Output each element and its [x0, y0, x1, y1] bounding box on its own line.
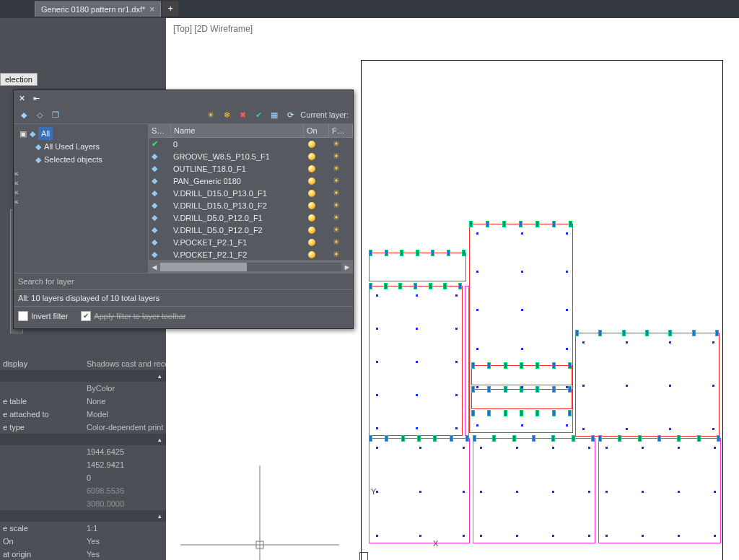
grip-handle[interactable]	[486, 221, 489, 227]
grip-handle[interactable]	[385, 435, 388, 442]
grip-handle[interactable]	[504, 386, 507, 393]
grip-handle[interactable]	[487, 410, 491, 416]
prop-v1[interactable]: 1452.9421	[82, 460, 166, 469]
sun-thaw-icon[interactable]: ☀	[333, 213, 340, 222]
grip-handle[interactable]	[692, 330, 696, 336]
grip-handle[interactable]	[447, 250, 450, 256]
grip-handle[interactable]	[465, 435, 469, 442]
grip-handle[interactable]	[471, 362, 475, 369]
layer-row[interactable]: ◆V.POCKET_P2.1_F1☀	[149, 236, 353, 248]
grip-handle[interactable]	[469, 221, 473, 227]
grip-handle[interactable]	[535, 362, 539, 369]
scroll-thumb[interactable]	[160, 263, 247, 271]
grip-handle[interactable]	[504, 362, 507, 369]
tree-expand-icon[interactable]: ▣	[19, 129, 27, 139]
grip-handle[interactable]	[520, 362, 523, 369]
grip-handle[interactable]	[458, 283, 462, 289]
grip-handle[interactable]	[443, 283, 447, 289]
grip-handle[interactable]	[569, 221, 572, 227]
sun-thaw-icon[interactable]: ☀	[333, 237, 340, 247]
sun-thaw-icon[interactable]: ☀	[333, 250, 340, 259]
layer-search[interactable]: Search for layer	[14, 273, 353, 289]
layer-table[interactable]: S… Name On F… ✔0☀◆GROOVE_W8.5_P10.5_F1☀◆…	[149, 124, 353, 273]
col-on[interactable]: On	[304, 124, 329, 137]
grip-handle[interactable]	[492, 435, 496, 442]
grip-handle[interactable]	[552, 221, 556, 227]
grip-handle[interactable]	[568, 362, 572, 369]
invert-filter-checkbox[interactable]: Invert filter	[18, 311, 68, 321]
collapse-arrow-icon[interactable]: «	[13, 188, 20, 196]
grip-handle[interactable]	[645, 330, 649, 336]
prop-eattached-value[interactable]: Model	[82, 410, 166, 419]
bulb-on-icon[interactable]	[308, 202, 315, 209]
grip-handle[interactable]	[504, 410, 507, 416]
layer-row[interactable]: ◆V.DRILL_D15.0_P13.0_F2☀	[149, 199, 353, 211]
grip-handle[interactable]	[431, 250, 434, 256]
panel-outline[interactable]	[473, 438, 595, 543]
layer-row[interactable]: ◆PAN_Generic 0180☀	[149, 175, 353, 187]
grip-handle[interactable]	[385, 250, 388, 256]
bulb-on-icon[interactable]	[308, 153, 315, 160]
set-current-icon[interactable]: ✔	[253, 109, 264, 121]
grip-handle[interactable]	[598, 330, 602, 336]
grip-handle[interactable]	[697, 435, 701, 442]
grip-handle[interactable]	[414, 283, 417, 289]
grip-handle[interactable]	[471, 386, 475, 393]
grip-handle[interactable]	[487, 386, 491, 393]
properties-section-divider-2[interactable]	[0, 434, 166, 445]
panel-outline[interactable]	[575, 333, 720, 437]
grip-handle[interactable]	[520, 410, 523, 416]
grip-handle[interactable]	[473, 435, 476, 442]
grip-handle[interactable]	[668, 330, 672, 336]
panel-outline[interactable]	[369, 253, 466, 281]
layer-row[interactable]: ◆V.DRILL_D15.0_P13.0_F1☀	[149, 187, 353, 199]
selection-button[interactable]: election	[0, 73, 38, 86]
apply-filter-checkbox[interactable]: Apply filter to layer toolbar	[81, 311, 185, 321]
prop-etype-value[interactable]: Color-dependent print st…	[82, 423, 166, 432]
grip-handle[interactable]	[369, 435, 372, 442]
layer-prev-icon[interactable]: ▦	[268, 109, 280, 121]
layer-row[interactable]: ◆OUTLINE_T18.0_F1☀	[149, 162, 353, 175]
layer-row[interactable]: ◆GROOVE_W8.5_P10.5_F1☀	[149, 150, 353, 162]
scroll-right-icon[interactable]: ►	[341, 263, 353, 271]
tree-all-used[interactable]: All Used Layers	[44, 142, 100, 151]
tree-all[interactable]: All	[38, 127, 53, 140]
grip-handle[interactable]	[715, 330, 719, 336]
layer-row[interactable]: ◆V.DRILL_D5.0_P12.0_F1☀	[149, 211, 353, 224]
grip-handle[interactable]	[638, 435, 642, 442]
layer-properties-dialog[interactable]: ✕ ⇤ ◆ ◇ ❐ ☀ ❄ ✖ ✔ ▦ ⟳ Current layer: ▣◆A…	[13, 89, 354, 329]
grip-handle[interactable]	[429, 283, 432, 289]
prop-display-value[interactable]: Shadows cast and received	[82, 359, 166, 368]
grip-handle[interactable]	[532, 435, 535, 442]
collapse-arrow-icon[interactable]: «	[13, 179, 20, 187]
grip-handle[interactable]	[400, 250, 403, 256]
grip-handle[interactable]	[369, 250, 372, 256]
grip-handle[interactable]	[512, 435, 516, 442]
grip-handle[interactable]	[677, 435, 681, 442]
layer-row[interactable]: ✔0☀	[149, 138, 353, 150]
grip-handle[interactable]	[384, 283, 388, 289]
layer-states-icon[interactable]: ❐	[50, 109, 61, 121]
grip-handle[interactable]	[572, 435, 575, 442]
grip-handle[interactable]	[462, 250, 465, 256]
bulb-on-icon[interactable]	[308, 227, 315, 234]
prop-on-value[interactable]: Yes	[82, 537, 166, 546]
grip-handle[interactable]	[401, 435, 405, 442]
layer-freeze-icon[interactable]: ❄	[221, 109, 232, 121]
layer-filter-tree[interactable]: ▣◆All ◆All Used Layers ◆Selected objects	[14, 124, 149, 273]
document-tab[interactable]: Generic 0180 pattern nr1.dxf* ×	[35, 1, 161, 17]
prop-escale-value[interactable]: 1:1	[82, 524, 166, 533]
grip-handle[interactable]	[568, 410, 572, 416]
grip-handle[interactable]	[552, 362, 556, 369]
layer-row[interactable]: ◆V.DRILL_D5.0_P12.0_F2☀	[149, 224, 353, 236]
sun-thaw-icon[interactable]: ☀	[333, 139, 340, 149]
grip-handle[interactable]	[551, 435, 555, 442]
grip-handle[interactable]	[598, 435, 602, 442]
prop-e-value[interactable]: ByColor	[82, 384, 166, 393]
bulb-on-icon[interactable]	[308, 214, 315, 222]
properties-section-divider-3[interactable]	[0, 510, 166, 522]
col-status[interactable]: S…	[149, 124, 171, 137]
grip-handle[interactable]	[717, 435, 720, 442]
tree-selected-objects[interactable]: Selected objects	[44, 155, 102, 164]
dialog-close-icon[interactable]: ✕	[17, 93, 27, 103]
